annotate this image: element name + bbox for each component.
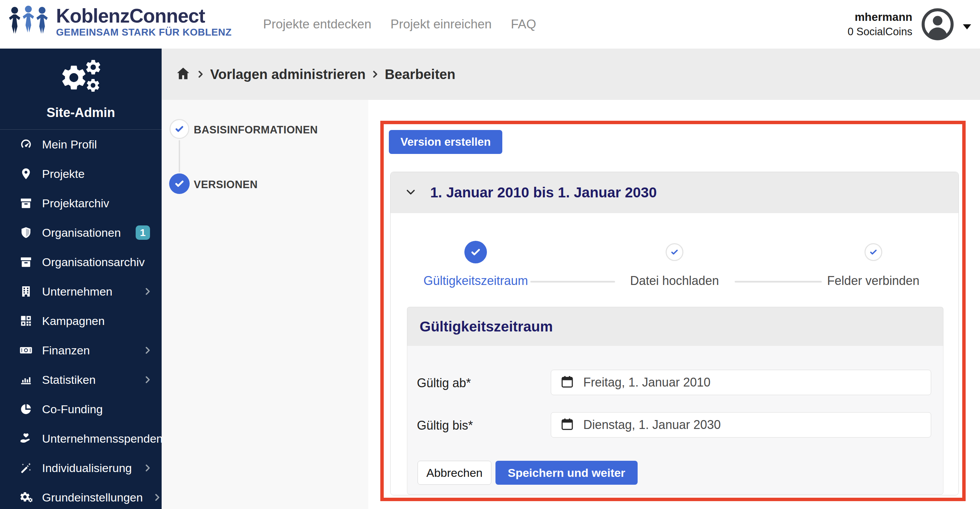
site-admin-gears-icon: [59, 58, 103, 100]
sidebar-nav: Mein Profil Projekte P: [0, 130, 162, 509]
gueltig-ab-value: Freitag, 1. Januar 2010: [583, 375, 710, 389]
breadcrumb-separator-icon: [196, 70, 205, 78]
calendar-icon: [560, 417, 574, 433]
nav-projekt-einreichen[interactable]: Projekt einreichen: [391, 17, 492, 32]
map-pin-icon: [19, 167, 33, 180]
gueltig-ab-label: Gültig ab*: [417, 376, 471, 390]
sidebar-item-co-funding[interactable]: Co-Funding: [0, 394, 162, 424]
chevron-right-icon: [143, 375, 153, 385]
sidebar-item-organisationsarchiv[interactable]: Organisationsarchiv: [0, 247, 162, 277]
brand-logo[interactable]: KoblenzConnect GEMEINSAM STARK FÜR KOBLE…: [8, 5, 232, 39]
gueltigkeitszeitraum-card: Gültigkeitszeitraum Gültig ab*: [407, 307, 943, 495]
sidebar-item-kampagnen[interactable]: Kampagnen: [0, 306, 162, 335]
sidebar: Site-Admin Mein Profil Proj: [0, 49, 162, 509]
gauge-icon: [19, 137, 33, 151]
chevron-down-icon: [963, 24, 971, 29]
speichern-und-weiter-button[interactable]: Speichern und weiter: [495, 461, 638, 485]
version-erstellen-button[interactable]: Version erstellen: [389, 130, 502, 154]
sidebar-item-statistiken[interactable]: Statistiken: [0, 365, 162, 394]
sidebar-header: Site-Admin: [0, 49, 162, 129]
step-connector: [735, 281, 822, 282]
chevron-right-icon: [143, 345, 153, 356]
chevron-right-icon: [143, 286, 153, 297]
sidebar-item-unternehmen[interactable]: Unternehmen: [0, 277, 162, 306]
sidebar-item-individualisierung[interactable]: Individualisierung: [0, 453, 162, 483]
accordion-title: 1. Januar 2010 bis 1. Januar 2030: [430, 184, 657, 201]
nav-faq[interactable]: FAQ: [511, 17, 536, 32]
wizard-column: BASISINFORMATIONEN VERSIONEN: [162, 100, 368, 509]
main-content: Version erstellen 1. Januar 2010 bis 1. …: [368, 100, 980, 509]
qr-code-icon: [19, 314, 33, 328]
breadcrumb-vorlagen-administrieren[interactable]: Vorlagen administrieren: [210, 67, 366, 82]
top-nav: Projekte entdecken Projekt einreichen FA…: [263, 0, 536, 49]
banknote-icon: [19, 343, 33, 357]
accordion-body: Gültigkeitszeitraum Datei hochladen: [391, 213, 958, 495]
gueltig-ab-input[interactable]: Freitag, 1. Januar 2010: [551, 370, 931, 395]
sidebar-item-projekte[interactable]: Projekte: [0, 159, 162, 188]
gueltig-bis-value: Dienstag, 1. Januar 2030: [583, 418, 721, 432]
chevron-down-icon: [405, 186, 417, 199]
building-icon: [19, 285, 33, 298]
wizard-step-basisinformationen-circle[interactable]: [170, 119, 189, 139]
sidebar-item-projektarchiv[interactable]: Projektarchiv: [0, 188, 162, 218]
calendar-icon: [560, 375, 574, 390]
step-check-icon: [465, 241, 487, 263]
archive-icon: [19, 255, 33, 269]
home-icon[interactable]: [175, 66, 191, 83]
chevron-right-icon: [152, 492, 162, 503]
shield-icon: [19, 226, 33, 239]
chevron-right-icon: [143, 463, 153, 473]
breadcrumb-separator-icon: [371, 70, 379, 78]
bar-chart-icon: [19, 373, 33, 386]
status-badge: 1: [136, 225, 150, 240]
magic-wand-icon: [19, 461, 33, 475]
brand-title: KoblenzConnect: [56, 6, 232, 26]
sidebar-item-unternehmensspenden[interactable]: Unternehmensspenden: [0, 424, 162, 453]
avatar[interactable]: [921, 8, 954, 41]
breadcrumb: Vorlagen administrieren Bearbeiten: [162, 49, 980, 100]
card-body: Gültig ab* Freitag, 1. Januar 201: [407, 346, 943, 495]
gueltig-bis-label: Gültig bis*: [417, 418, 473, 433]
top-header: KoblenzConnect GEMEINSAM STARK FÜR KOBLE…: [0, 0, 980, 49]
step-check-icon: [864, 243, 882, 261]
accordion-header[interactable]: 1. Januar 2010 bis 1. Januar 2030: [391, 172, 958, 213]
brand-subtitle: GEMEINSAM STARK FÜR KOBLENZ: [56, 27, 232, 38]
pie-chart-icon: [19, 402, 33, 416]
people-logo-icon: [8, 5, 49, 39]
sidebar-item-mein-profil[interactable]: Mein Profil: [0, 130, 162, 159]
card-header: Gültigkeitszeitraum: [407, 307, 943, 346]
archive-icon: [19, 196, 33, 210]
sidebar-item-grundeinstellungen[interactable]: Grundeinstellungen: [0, 483, 162, 509]
user-socialcoins: 0 SocialCoins: [848, 26, 912, 38]
gueltig-bis-input[interactable]: Dienstag, 1. Januar 2030: [551, 412, 931, 437]
hand-heart-icon: [19, 432, 33, 445]
gears-icon: [19, 490, 33, 504]
wizard-step-basisinformationen-label[interactable]: BASISINFORMATIONEN: [194, 124, 318, 136]
version-accordion: 1. Januar 2010 bis 1. Januar 2030 Gültig…: [390, 172, 959, 495]
wizard-connector: [179, 140, 180, 172]
sidebar-item-finanzen[interactable]: Finanzen: [0, 335, 162, 365]
user-area[interactable]: mhermann 0 SocialCoins: [848, 0, 971, 49]
wizard-step-versionen-label[interactable]: VERSIONEN: [194, 179, 258, 191]
user-name: mhermann: [848, 11, 912, 24]
abbrechen-button[interactable]: Abbrechen: [418, 461, 492, 485]
step-connector: [530, 281, 615, 282]
step-check-icon: [666, 243, 683, 261]
page: KoblenzConnect GEMEINSAM STARK FÜR KOBLE…: [0, 0, 980, 509]
breadcrumb-bearbeiten: Bearbeiten: [385, 67, 455, 82]
sidebar-title: Site-Admin: [46, 105, 115, 120]
sidebar-item-organisationen[interactable]: Organisationen 1: [0, 218, 162, 247]
wizard-step-versionen-circle[interactable]: [169, 174, 189, 194]
nav-projekte-entdecken[interactable]: Projekte entdecken: [263, 17, 371, 32]
card-title: Gültigkeitszeitraum: [420, 319, 553, 335]
